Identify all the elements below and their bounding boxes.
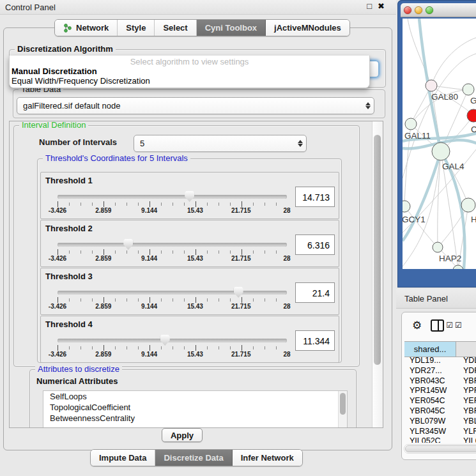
network-node[interactable] xyxy=(433,242,443,252)
checkbox-checked-icon[interactable]: ☑ xyxy=(446,321,453,330)
network-icon xyxy=(63,24,72,33)
threshold-4-slider[interactable]: -3.4262.8599.14415.4321.71528 xyxy=(58,335,287,358)
table-cell[interactable]: YIL0 xyxy=(456,436,476,443)
table-cell[interactable]: YDL19... xyxy=(404,356,456,366)
network-node[interactable] xyxy=(432,142,450,160)
slider-thumb[interactable] xyxy=(160,335,170,346)
zoom-traffic-light-icon[interactable] xyxy=(426,6,433,14)
table-row[interactable]: YBR043CYBR0 xyxy=(404,376,476,387)
option-manual-discretization[interactable]: Manual Discretization xyxy=(10,66,369,76)
column-header-shared-name[interactable]: shared... xyxy=(404,342,456,357)
table-row[interactable]: YBL079WYBL0 xyxy=(404,417,476,427)
option-equal-width-frequency[interactable]: Equal Width/Frequency Discretization xyxy=(10,76,369,86)
network-node[interactable] xyxy=(461,198,475,212)
settings-scrollbar[interactable] xyxy=(372,121,383,427)
slider-scale-label: 28 xyxy=(283,303,290,310)
table-row[interactable]: YBR045CYBR0 xyxy=(404,406,476,417)
table-row[interactable]: YLR345WYLR3 xyxy=(404,427,476,437)
tab-cyni-toolbox[interactable]: Cyni Toolbox xyxy=(197,20,266,36)
tab-impute-data[interactable]: Impute Data xyxy=(91,450,155,466)
list-item-topologicalcoefficient[interactable]: TopologicalCoefficient xyxy=(43,402,347,413)
threshold-3-slider[interactable]: -3.4262.8599.14415.4321.71528 xyxy=(58,288,287,311)
table-row[interactable]: YDR27...YDR2 xyxy=(404,366,476,376)
slider-thumb[interactable] xyxy=(234,287,243,298)
column-header-name[interactable]: na xyxy=(456,342,476,357)
tab-select[interactable]: Select xyxy=(155,20,196,36)
tab-infer-network[interactable]: Infer Network xyxy=(233,450,302,466)
algorithm-hint: Select algorithm to view settings xyxy=(10,56,369,66)
float-window-icon[interactable]: □ xyxy=(367,1,372,11)
network-view-window[interactable]: GAL80G.CGAL11GAL4GCY1HHAP2 xyxy=(397,0,476,288)
tab-network[interactable]: Network xyxy=(55,20,118,36)
threshold-2-slider[interactable]: -3.4262.8599.14415.4321.71528 xyxy=(58,240,287,263)
list-item-betweennesscentrality[interactable]: BetweennessCentrality xyxy=(43,413,347,424)
slider-scale-label: -3.426 xyxy=(49,303,66,310)
slider-thumb[interactable] xyxy=(123,239,133,250)
threshold-4-field[interactable]: 11.344 xyxy=(295,330,335,351)
table-hscrollbar-thumb[interactable] xyxy=(405,445,476,452)
list-scrollbar[interactable] xyxy=(338,391,347,428)
table-cell[interactable]: YBL0 xyxy=(456,417,476,427)
tab-jactivemnodules[interactable]: jActiveMNodules xyxy=(266,20,349,36)
table-row[interactable]: YDL19...YDL1 xyxy=(404,356,476,366)
threshold-4-label: Threshold 4 xyxy=(45,319,93,329)
slider-scale-label: 21.715 xyxy=(231,351,251,358)
table-cell[interactable]: YBR0 xyxy=(456,376,476,387)
table-hscrollbar[interactable] xyxy=(404,444,476,454)
minimize-traffic-light-icon[interactable] xyxy=(415,6,422,14)
network-node[interactable] xyxy=(403,201,410,212)
list-item-selfloops[interactable]: SelfLoops xyxy=(43,391,347,402)
close-traffic-light-icon[interactable] xyxy=(404,6,411,14)
network-node-label: GAL80 xyxy=(431,92,458,102)
table-row[interactable]: YIL052CYIL0 xyxy=(404,436,476,443)
table-cell[interactable]: YBR043C xyxy=(404,376,456,387)
table-row[interactable]: YER054CYER0 xyxy=(404,396,476,406)
table-cell[interactable]: YER0 xyxy=(456,396,476,406)
table-cell[interactable]: YDR2 xyxy=(456,366,476,376)
slider-scale-label: 21.715 xyxy=(231,207,251,214)
network-node[interactable] xyxy=(453,265,463,269)
table-cell[interactable]: YPR145W xyxy=(404,386,456,396)
close-icon[interactable]: ✖ xyxy=(378,1,385,11)
table-cell[interactable]: YBR0 xyxy=(456,406,476,417)
gear-icon[interactable]: ⚙ xyxy=(412,319,422,332)
table-cell[interactable]: YDL1 xyxy=(456,356,476,366)
tab-style[interactable]: Style xyxy=(118,20,155,36)
network-canvas[interactable]: GAL80G.CGAL11GAL4GCY1HHAP2 xyxy=(403,19,476,269)
slider-scale-label: 9.144 xyxy=(141,207,157,214)
number-of-intervals-combo[interactable]: 5 xyxy=(134,135,307,152)
slider-track[interactable] xyxy=(58,243,287,247)
list-scrollbar-thumb[interactable] xyxy=(340,393,346,415)
threshold-2-field[interactable]: 6.316 xyxy=(295,234,335,255)
network-edge xyxy=(431,38,476,86)
apply-button[interactable]: Apply xyxy=(162,428,203,442)
tab-network-label: Network xyxy=(76,23,109,33)
settings-scrollbar-thumb[interactable] xyxy=(374,135,381,365)
slider-track[interactable] xyxy=(58,291,287,295)
interval-definition-title: Interval Definition xyxy=(19,121,88,130)
table-data-combo[interactable]: galFiltered.sif default node xyxy=(17,97,374,114)
checkbox-checked-icon[interactable]: ☑ xyxy=(455,321,462,330)
network-window-titlebar[interactable] xyxy=(401,3,476,17)
threshold-1-slider[interactable]: -3.4262.8599.14415.4321.71528 xyxy=(58,192,287,215)
network-node[interactable] xyxy=(463,84,474,95)
slider-track[interactable] xyxy=(58,339,287,342)
table-cell[interactable]: YLR345W xyxy=(404,427,456,437)
threshold-1-field[interactable]: 14.713 xyxy=(295,187,335,207)
table-row[interactable]: YPR145WYPR1 xyxy=(404,386,476,396)
table-cell[interactable]: YBL079W xyxy=(404,417,456,427)
slider-scale-label: -3.426 xyxy=(49,255,66,262)
split-column-icon[interactable] xyxy=(431,319,444,332)
table-cell[interactable]: YDR27... xyxy=(404,366,456,376)
table-cell[interactable]: YLR3 xyxy=(456,427,476,437)
network-node[interactable] xyxy=(426,80,437,91)
table-cell[interactable]: YER054C xyxy=(404,396,456,406)
table-cell[interactable]: YIL052C xyxy=(404,436,456,443)
table-cell[interactable]: YPR1 xyxy=(456,386,476,396)
tab-discretize-data[interactable]: Discretize Data xyxy=(155,450,232,466)
table-cell[interactable]: YBR045C xyxy=(404,406,456,417)
network-node[interactable] xyxy=(405,118,417,130)
slider-track[interactable] xyxy=(58,195,287,199)
slider-thumb[interactable] xyxy=(185,191,194,202)
threshold-3-field[interactable]: 21.4 xyxy=(295,282,335,303)
